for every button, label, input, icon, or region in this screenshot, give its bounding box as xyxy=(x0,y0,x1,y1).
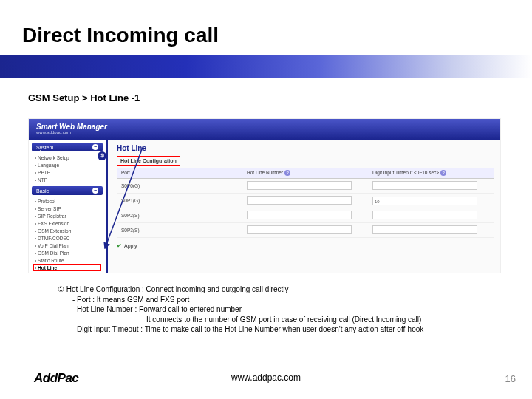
sidebar-item-hotline[interactable]: Hot Line xyxy=(33,264,101,271)
note-line: - Hot Line Number : Forward call to ente… xyxy=(58,304,501,315)
title-gradient-band xyxy=(0,55,532,78)
hotline-number-input[interactable] xyxy=(247,211,352,219)
footer-url: www.addpac.com xyxy=(0,372,532,383)
section-label: Hot Line Configuration xyxy=(117,156,180,166)
sidebar-section-system[interactable]: System − xyxy=(32,143,103,151)
screenshot-panel: Smart Web Manager www.addpac.com System … xyxy=(28,118,501,273)
note-line: ① Hot Line Configuration : Connect incom… xyxy=(58,285,289,293)
collapse-icon[interactable]: − xyxy=(92,188,98,194)
sidebar-item-network[interactable]: Network Setup xyxy=(33,154,101,161)
timeout-input[interactable]: 10 xyxy=(372,197,477,205)
sidebar-item-voip-dial[interactable]: VoIP Dial Plan xyxy=(33,242,101,249)
content-area: ① Hot Line Hot Line Configuration Port H… xyxy=(106,140,500,274)
timeout-input[interactable] xyxy=(372,181,477,190)
breadcrumb: GSM Setup > Hot Line -1 xyxy=(28,92,140,103)
sidebar-section-label: Basic xyxy=(36,188,49,194)
page-title: Direct Incoming call xyxy=(22,24,219,47)
sidebar-item-language[interactable]: Language xyxy=(33,161,101,168)
cell-port: S0P0(G) xyxy=(117,182,242,190)
table-row: S0P2(S) xyxy=(117,208,494,223)
cell-port: S0P2(S) xyxy=(117,211,242,219)
help-icon[interactable]: ? xyxy=(440,170,446,176)
table-row: S0P1(G) 10 xyxy=(117,194,494,208)
cell-port: S0P3(S) xyxy=(117,226,242,234)
explanatory-notes: ① Hot Line Configuration : Connect incom… xyxy=(58,284,501,335)
check-icon: ✔ xyxy=(117,242,122,249)
sidebar-item-static-route[interactable]: Static Route xyxy=(33,256,101,264)
callout-badge-1: ① xyxy=(98,151,106,160)
apply-button[interactable]: Apply xyxy=(124,243,137,248)
sidebar-item-server-sip[interactable]: Server SIP xyxy=(33,205,101,212)
table-row: S0P3(S) xyxy=(117,223,494,238)
sidebar-section-basic[interactable]: Basic − xyxy=(32,186,103,195)
col-number: Hot Line Number? xyxy=(242,168,368,178)
sidebar-item-dtmf[interactable]: DTMF/CODEC xyxy=(33,234,101,242)
sidebar-item-ntp[interactable]: NTP xyxy=(33,176,101,183)
vertical-divider xyxy=(106,140,108,273)
note-line: - Digit Input Timeout : Time to make cal… xyxy=(58,324,501,335)
content-heading: Hot Line xyxy=(117,144,494,152)
sidebar-item-sip-registrar[interactable]: SIP Registrar xyxy=(33,212,101,219)
timeout-input[interactable] xyxy=(372,211,477,219)
col-port: Port xyxy=(117,168,242,178)
hotline-number-input[interactable] xyxy=(247,181,352,190)
sidebar-item-gsm-dial[interactable]: GSM Dial Plan xyxy=(33,249,101,256)
footer-page-number: 16 xyxy=(505,373,516,384)
cell-port: S0P1(G) xyxy=(117,197,242,205)
timeout-input[interactable] xyxy=(372,225,477,234)
sidebar-item-protocol[interactable]: Protocol xyxy=(33,197,101,205)
note-line: It connects to the number of GSM port in… xyxy=(58,315,501,325)
hotline-number-input[interactable] xyxy=(247,225,352,234)
sidebar-item-pptp[interactable]: PPTP xyxy=(33,168,101,176)
collapse-icon[interactable]: − xyxy=(92,144,98,150)
hotline-number-input[interactable] xyxy=(247,196,352,205)
sidebar: System − Network Setup Language PPTP NTP… xyxy=(29,140,106,274)
hotline-table: Port Hot Line Number? Digit Input Timeou… xyxy=(117,168,494,238)
help-icon[interactable]: ? xyxy=(284,170,290,176)
sidebar-section-label: System xyxy=(36,145,53,150)
sidebar-item-gsm-ext[interactable]: GSM Extension xyxy=(33,227,101,234)
table-row: S0P0(G) xyxy=(117,179,494,194)
swm-header: Smart Web Manager www.addpac.com xyxy=(29,119,500,140)
note-line: - Port : It means GSM and FXS port xyxy=(58,295,501,305)
sidebar-item-fxs[interactable]: FXS Extension xyxy=(33,219,101,227)
col-timeout: Digit Input Timeout <0~10 sec>? xyxy=(368,168,494,178)
